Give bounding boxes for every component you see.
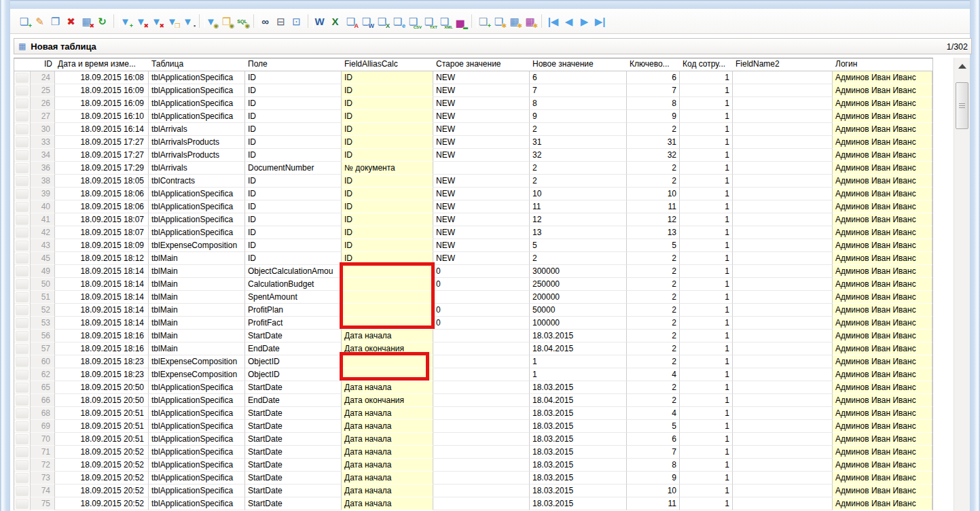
column-header-dt[interactable]: Дата и время изме... (55, 58, 149, 71)
cell-id[interactable]: 52 (31, 304, 55, 317)
cell-old[interactable] (433, 446, 530, 459)
cell-fn2[interactable] (733, 149, 833, 162)
export-word-icon[interactable]: ❏W (359, 14, 374, 29)
cell-dt[interactable]: 18.09.2015 16:09 (55, 97, 149, 110)
cell-tbl[interactable]: tblApplicationSpecifica (149, 433, 245, 446)
cell-fn2[interactable] (733, 459, 833, 472)
cell-key[interactable]: 2 (627, 252, 680, 265)
cell-dt[interactable]: 18.09.2015 18:06 (55, 188, 149, 200)
cell-key[interactable]: 2 (627, 342, 680, 355)
row-selector[interactable] (16, 99, 29, 109)
row-selector[interactable] (16, 176, 29, 186)
cell-sel[interactable] (14, 342, 31, 355)
cell-login[interactable]: Админов Иван Иванс (833, 330, 932, 342)
cell-sel[interactable] (14, 381, 31, 394)
cell-old[interactable]: NEW (433, 123, 530, 136)
cell-tbl[interactable]: tblArrivalsProducts (149, 149, 245, 162)
cell-nv[interactable]: 2 (530, 175, 627, 188)
cell-login[interactable]: Админов Иван Иванс (833, 446, 932, 459)
cell-id[interactable]: 65 (31, 381, 55, 394)
cell-code[interactable]: 1 (680, 162, 733, 175)
cell-alias[interactable]: ID (342, 71, 433, 84)
cell-tbl[interactable]: tblApplicationSpecifica (149, 420, 245, 433)
row-selector[interactable] (16, 137, 29, 147)
cell-login[interactable]: Админов Иван Иванс (833, 407, 932, 420)
cell-old[interactable] (433, 472, 530, 484)
cell-tbl[interactable]: tblApplicationSpecifica (149, 188, 245, 200)
cell-dt[interactable]: 18.09.2015 18:16 (55, 342, 149, 355)
cell-key[interactable]: 2 (627, 330, 680, 342)
cell-fn2[interactable] (733, 407, 833, 420)
cell-fn2[interactable] (733, 368, 833, 381)
cell-key[interactable]: 7 (627, 84, 680, 97)
cell-sel[interactable] (14, 472, 31, 484)
cell-code[interactable]: 1 (680, 381, 733, 394)
cell-id[interactable]: 73 (31, 472, 55, 484)
cell-alias[interactable]: Дата начала (342, 420, 433, 433)
cell-sel[interactable] (14, 355, 31, 368)
row-selector[interactable] (16, 241, 29, 251)
cell-key[interactable]: 7 (627, 446, 680, 459)
nav-last-icon[interactable]: ▶| (592, 14, 608, 29)
cell-old[interactable] (433, 368, 530, 381)
cell-fn2[interactable] (733, 188, 833, 200)
cell-alias[interactable]: ID (342, 200, 433, 213)
cell-code[interactable]: 1 (680, 188, 733, 200)
cell-code[interactable]: 1 (680, 149, 733, 162)
cell-sel[interactable] (14, 407, 31, 420)
cell-old[interactable] (433, 497, 530, 510)
cell-fn2[interactable] (733, 278, 833, 291)
cell-fn2[interactable] (733, 304, 833, 317)
copy-record-icon[interactable]: ❐ (48, 14, 63, 29)
cell-nv[interactable]: 18.03.2015 (530, 330, 627, 342)
cell-id[interactable]: 53 (31, 317, 55, 330)
export-excel-icon[interactable]: ❏X (374, 14, 390, 29)
cell-dt[interactable]: 18.09.2015 20:51 (55, 420, 149, 433)
cell-tbl[interactable]: tblArrivals (149, 123, 245, 136)
cell-sel[interactable] (14, 278, 31, 291)
filter-remove-all-icon[interactable]: ▼✖ (149, 14, 164, 29)
cell-fn2[interactable] (733, 252, 833, 265)
cell-nv[interactable]: 100000 (530, 317, 627, 330)
cell-nv[interactable]: 2 (530, 252, 627, 265)
cell-tbl[interactable]: tblMain (149, 342, 245, 355)
cell-tbl[interactable]: tblApplicationSpecifica (149, 213, 245, 226)
cell-tbl[interactable]: tblApplicationSpecifica (149, 84, 245, 97)
row-selector[interactable] (16, 189, 29, 199)
cell-fn2[interactable] (733, 446, 833, 459)
cell-login[interactable]: Админов Иван Иванс (833, 317, 932, 330)
cell-nv[interactable]: 18.03.2015 (530, 459, 627, 472)
cell-old[interactable] (433, 342, 530, 355)
cell-fn2[interactable] (733, 123, 833, 136)
add-record-icon[interactable]: ❏+ (16, 14, 32, 29)
cell-key[interactable]: 2 (627, 162, 680, 175)
cell-sel[interactable] (14, 226, 31, 239)
cell-old[interactable] (433, 433, 530, 446)
cell-dt[interactable]: 18.09.2015 18:07 (55, 226, 149, 239)
cell-dt[interactable]: 18.09.2015 17:29 (55, 162, 149, 175)
cell-fld[interactable]: StartDate (245, 484, 342, 497)
cell-old[interactable]: NEW (433, 200, 530, 213)
cell-sel[interactable] (14, 252, 31, 265)
cell-key[interactable]: 2 (627, 278, 680, 291)
cell-old[interactable]: NEW (433, 175, 530, 188)
cell-fld[interactable]: ID (245, 110, 342, 123)
nav-first-icon[interactable]: |◀ (545, 14, 561, 29)
row-selector[interactable] (16, 73, 29, 83)
cell-login[interactable]: Админов Иван Иванс (833, 200, 932, 213)
cell-fld[interactable]: StartDate (245, 497, 342, 510)
cell-fn2[interactable] (733, 110, 833, 123)
cell-code[interactable]: 1 (680, 97, 733, 110)
cell-fld[interactable]: EndDate (245, 342, 342, 355)
cell-dt[interactable]: 18.09.2015 17:27 (55, 136, 149, 149)
cell-id[interactable]: 36 (31, 162, 55, 175)
cell-dt[interactable]: 18.09.2015 18:14 (55, 291, 149, 304)
cell-dt[interactable]: 18.09.2015 18:14 (55, 304, 149, 317)
cell-code[interactable]: 1 (680, 304, 733, 317)
cell-nv[interactable]: 18.03.2015 (530, 472, 627, 484)
cell-tbl[interactable]: tblArrivalsProducts (149, 136, 245, 149)
row-selector[interactable] (16, 434, 29, 444)
row-selector[interactable] (16, 266, 29, 277)
cell-old[interactable]: NEW (433, 213, 530, 226)
cell-code[interactable]: 1 (680, 291, 733, 304)
